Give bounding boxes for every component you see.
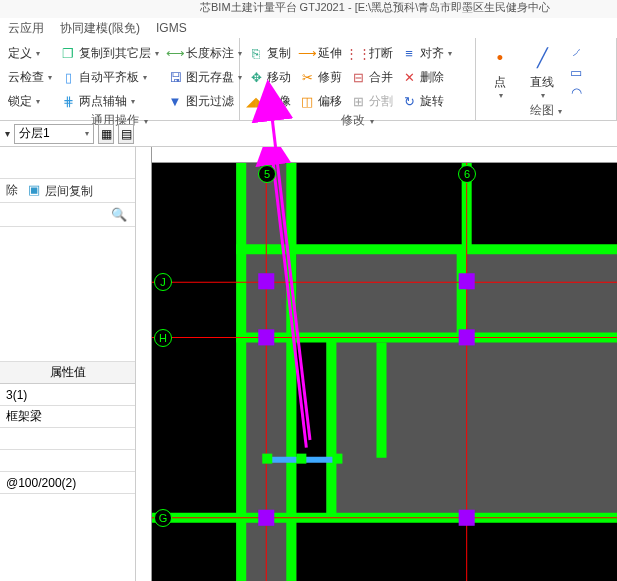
move-button[interactable]: ✥移动 [248, 66, 291, 88]
svg-rect-19 [258, 510, 274, 526]
filter-icon: ▼ [167, 93, 183, 109]
left-panel: 除 ▣ 层间复制 🔍 属性值 3(1) 框架梁 @100/200(2) [0, 147, 136, 581]
axis-label-left: G [154, 509, 172, 527]
merge-button[interactable]: ⊟合并 [350, 66, 393, 88]
props-header: 属性值 [0, 362, 135, 384]
tool-seg-2[interactable]: ▤ [118, 124, 134, 144]
layer-select[interactable]: 分层1▾ [14, 124, 94, 144]
copy-icon: ⎘ [248, 45, 264, 61]
length-annot-button[interactable]: ⟷长度标注▾ [167, 42, 242, 64]
menu-igms[interactable]: IGMS [156, 21, 187, 35]
drawing-svg [136, 147, 617, 581]
ruler-icon: ⟷ [167, 45, 183, 61]
props-row[interactable]: 3(1) [0, 384, 135, 406]
search-button[interactable]: 🔍 [0, 203, 135, 227]
align-board-icon: ▯ [60, 69, 76, 85]
ribbon-group-label: 修改 ▾ [248, 112, 467, 129]
ribbon: 定义▾ 云检查▾ 锁定▾ ❐复制到其它层▾ ▯自动平齐板▾ ⋕两点辅轴▾ ⟷长度… [0, 38, 617, 121]
align-button[interactable]: ≡对齐▾ [401, 42, 452, 64]
offset-icon: ◫ [299, 93, 315, 109]
extend-button[interactable]: ⟶延伸 [299, 42, 342, 64]
title-bar: 芯BIM土建计量平台 GTJ2021 - [E:\黑总预科\青岛市即墨区生民健身… [0, 0, 617, 18]
svg-rect-18 [258, 329, 274, 345]
delete-left-button[interactable]: 除 [6, 182, 18, 199]
cloud-check-button[interactable]: 云检查▾ [8, 66, 52, 88]
ribbon-group-label: 绘图 ▾ [484, 102, 608, 120]
menu-bar: 云应用 协同建模(限免) IGMS [0, 18, 617, 38]
align-icon: ≡ [401, 45, 417, 61]
copy-layer-icon: ❐ [60, 45, 76, 61]
split-icon: ⊞ [350, 93, 366, 109]
menu-collab[interactable]: 协同建模(限免) [60, 20, 140, 37]
svg-rect-26 [332, 454, 342, 464]
props-row[interactable]: @100/200(2) [0, 472, 135, 494]
save-element-button[interactable]: 🖫图元存盘▾ [167, 66, 242, 88]
extend-icon: ⟶ [299, 45, 315, 61]
layer-copy-button[interactable]: ▣ 层间复制 [26, 182, 93, 200]
copy-button[interactable]: ⎘复制 [248, 42, 291, 64]
ribbon-group-general: 定义▾ 云检查▾ 锁定▾ ❐复制到其它层▾ ▯自动平齐板▾ ⋕两点辅轴▾ ⟷长度… [0, 38, 240, 120]
svg-rect-21 [459, 329, 475, 345]
props-row[interactable] [0, 450, 135, 472]
two-point-axis-button[interactable]: ⋕两点辅轴▾ [60, 90, 159, 112]
copy-to-layer-button[interactable]: ❐复制到其它层▾ [60, 42, 159, 64]
delete-button[interactable]: ✕删除 [401, 66, 452, 88]
polyline-icon[interactable]: ⟋ [568, 44, 584, 60]
svg-rect-2 [326, 337, 617, 517]
mirror-icon: ◢◣ [248, 93, 264, 109]
split-button: ⊞分割 [350, 90, 393, 112]
filter-button[interactable]: ▼图元过滤 [167, 90, 242, 112]
point-button[interactable]: • 点 ▾ [484, 42, 516, 100]
props-row[interactable] [0, 428, 135, 450]
rotate-icon: ↻ [401, 93, 417, 109]
point-icon: • [484, 42, 516, 74]
svg-rect-17 [258, 273, 274, 289]
svg-rect-24 [262, 454, 272, 464]
offset-button[interactable]: ◫偏移 [299, 90, 342, 112]
ribbon-group-modify: ⎘复制 ✥移动 ◢◣镜像 ⟶延伸 ✂修剪 ◫偏移 ⋮⋮打断 ⊟合并 ⊞分割 ≡对… [240, 38, 476, 120]
two-point-icon: ⋕ [60, 93, 76, 109]
menu-cloud-app[interactable]: 云应用 [8, 20, 44, 37]
svg-rect-22 [459, 510, 475, 526]
props-row[interactable]: 框架梁 [0, 406, 135, 428]
rect-icon[interactable]: ▭ [568, 64, 584, 80]
axis-label-top: 6 [458, 165, 476, 183]
rotate-button[interactable]: ↻旋转 [401, 90, 452, 112]
search-icon: 🔍 [111, 207, 127, 223]
trim-icon: ✂ [299, 69, 315, 85]
define-button[interactable]: 定义▾ [8, 42, 52, 64]
svg-rect-25 [296, 454, 306, 464]
lock-button[interactable]: 锁定▾ [8, 90, 52, 112]
axis-label-top: 5 [258, 165, 276, 183]
tool-seg-1[interactable]: ▦ [98, 124, 114, 144]
line-icon: ╱ [526, 42, 558, 74]
merge-icon: ⊟ [350, 69, 366, 85]
auto-align-button[interactable]: ▯自动平齐板▾ [60, 66, 159, 88]
axis-label-left: H [154, 329, 172, 347]
delete-icon: ✕ [401, 69, 417, 85]
svg-rect-20 [459, 273, 475, 289]
ribbon-group-draw: • 点 ▾ ╱ 直线 ▾ ⟋ ▭ ◠ 绘图 ▾ [476, 38, 617, 120]
line-button[interactable]: ╱ 直线 ▾ [526, 42, 558, 100]
axis-label-left: J [154, 273, 172, 291]
break-icon: ⋮⋮ [350, 45, 366, 61]
move-icon: ✥ [248, 69, 264, 85]
layer-copy-icon: ▣ [26, 182, 42, 198]
save-icon: 🖫 [167, 69, 183, 85]
trim-button[interactable]: ✂修剪 [299, 66, 342, 88]
mirror-button[interactable]: ◢◣镜像 [248, 90, 291, 112]
main-area: 除 ▣ 层间复制 🔍 属性值 3(1) 框架梁 @100/200(2) [0, 147, 617, 581]
drawing-canvas[interactable]: 5 6 J H G [136, 147, 617, 581]
arc-icon[interactable]: ◠ [568, 84, 584, 100]
break-button[interactable]: ⋮⋮打断 [350, 42, 393, 64]
